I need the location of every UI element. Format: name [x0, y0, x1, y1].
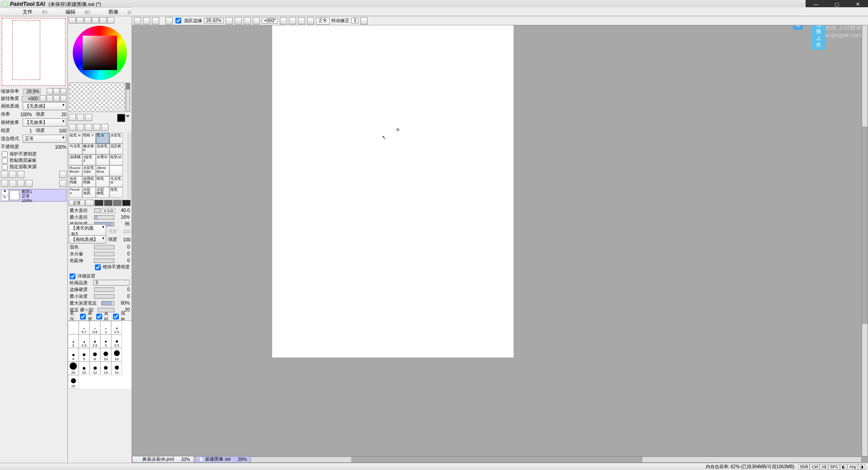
zoom-fit-button[interactable]	[60, 88, 66, 94]
layer-extra-button[interactable]	[59, 180, 66, 187]
rotate-ccw-button[interactable]	[40, 95, 46, 102]
magic-wand-tool[interactable]	[85, 114, 92, 121]
brush-1[interactable]: 喷枪 V	[82, 133, 96, 144]
new-linework-button[interactable]	[9, 171, 16, 178]
size-20[interactable]: 20	[68, 362, 79, 375]
blend-slider[interactable]	[94, 245, 114, 249]
rotate-value[interactable]: +000	[22, 96, 39, 102]
swatch-area[interactable]	[69, 82, 125, 112]
brush-shape1[interactable]	[94, 200, 103, 206]
brush-7[interactable]: 选区擦	[109, 144, 123, 155]
clip-mask-check[interactable]	[2, 158, 8, 164]
rotate-cw-button[interactable]	[47, 95, 53, 102]
brush-9[interactable]: 2值笔 Z	[82, 155, 96, 165]
color-square[interactable]	[83, 36, 117, 70]
brush-12[interactable]: Round Brush	[69, 165, 82, 176]
size-16[interactable]: 16	[111, 348, 122, 362]
brush-18[interactable]: 蜡笔	[96, 176, 109, 187]
select-source-check[interactable]	[2, 164, 8, 170]
size-0.7[interactable]: 0.7	[79, 321, 90, 334]
brush-5[interactable]: 橡皮擦 E	[82, 144, 96, 155]
quality-select[interactable]: 3	[93, 280, 130, 286]
brush-11[interactable]: 铅笔30	[109, 155, 123, 165]
document-tab[interactable]: 📄新建图像.sai28%	[195, 456, 251, 463]
sel-mode-button[interactable]	[165, 17, 173, 24]
color-rgb-tab[interactable]	[76, 17, 84, 24]
zoom-display[interactable]: 28.92%	[204, 18, 224, 24]
size-10[interactable]: 10	[100, 348, 111, 362]
hand-tool[interactable]	[93, 124, 100, 131]
zoom-100-tb[interactable]	[253, 17, 260, 24]
size-3[interactable]: 3	[100, 334, 111, 348]
brush-shape4[interactable]	[122, 200, 131, 206]
brush-14[interactable]: 2Brist Brus	[96, 165, 109, 176]
paper-eff-select[interactable]: 【无效果】	[23, 118, 66, 127]
press-density-check[interactable]	[80, 314, 86, 320]
sel-edge-check[interactable]	[175, 18, 181, 24]
press-blend-check[interactable]	[113, 314, 119, 320]
invert-sel-button[interactable]	[143, 17, 150, 24]
zoom-out-tb[interactable]	[226, 17, 233, 24]
edit-icon[interactable]: ✎	[1, 195, 8, 201]
brush-13[interactable]: 水彩笔 10px	[82, 165, 96, 176]
merge-button[interactable]	[9, 180, 16, 187]
pressure-slider[interactable]	[98, 308, 114, 312]
brush-scrollbar[interactable]	[127, 132, 132, 199]
color-wheel-tab[interactable]	[69, 17, 76, 24]
water-slider[interactable]	[94, 252, 114, 256]
zoom-in-tb[interactable]	[235, 17, 242, 24]
size-10[interactable]: 10	[79, 362, 90, 375]
deselect-button[interactable]	[134, 17, 141, 24]
brush-21[interactable]: 水彩 画风	[82, 187, 96, 198]
clear-button[interactable]	[25, 180, 33, 187]
color-scratch-tab[interactable]	[107, 17, 114, 24]
size-1.5[interactable]: 1.5	[111, 321, 122, 334]
select-rect-tool[interactable]	[69, 114, 76, 121]
navigator[interactable]	[2, 18, 66, 86]
brush-23[interactable]: 指笔	[109, 187, 123, 198]
brush-6[interactable]: 选择笔	[96, 144, 109, 155]
min-size-slider[interactable]	[94, 215, 114, 220]
brush-8[interactable]: 油漆桶	[69, 155, 82, 165]
size-1[interactable]: 1	[100, 321, 111, 334]
blend-select[interactable]: 正常	[23, 135, 66, 143]
press-size-check[interactable]	[96, 314, 102, 320]
flip-button[interactable]	[60, 95, 66, 102]
size-3.5[interactable]: 3.5	[111, 334, 122, 348]
flip-tb[interactable]	[307, 17, 314, 24]
document-tab[interactable]: 📄换装泳装ok.psd33%	[132, 456, 194, 463]
edge-slider[interactable]	[94, 287, 114, 292]
color-wheel[interactable]	[73, 26, 127, 80]
stabilizer-value[interactable]: 3	[351, 18, 359, 24]
detail-check[interactable]	[70, 273, 75, 279]
size-4[interactable]: 4	[68, 348, 79, 362]
rotate-tool[interactable]	[85, 124, 92, 131]
brush-shape3[interactable]	[113, 200, 122, 206]
color-swatch-tab[interactable]	[99, 17, 107, 24]
size-20[interactable]: 20	[68, 375, 79, 389]
size-.[interactable]: .	[68, 321, 79, 334]
size-16[interactable]: 16	[111, 362, 122, 375]
zoom-tool[interactable]	[77, 124, 84, 131]
size-0.8[interactable]: 0.8	[90, 321, 100, 334]
brush-0[interactable]: 铅笔 N	[69, 133, 82, 144]
paper-tex-select[interactable]: 【无质感】	[23, 102, 66, 110]
rot-reset-tb[interactable]	[298, 17, 305, 24]
delete-layer-button[interactable]	[59, 171, 66, 178]
zoom-out-button[interactable]	[47, 88, 53, 94]
eyedropper-tool[interactable]	[101, 124, 108, 131]
rot-ccw-tb[interactable]	[280, 17, 287, 24]
color-hsv-tab[interactable]	[84, 17, 91, 24]
brush-19[interactable]: 马克笔 M	[109, 176, 123, 187]
swap-colors-icon[interactable]: ⇄	[126, 114, 131, 122]
vertical-scrollbar[interactable]	[862, 16, 868, 456]
layer-item[interactable]: 👁✎ 图层1 正常 100%	[1, 189, 66, 202]
color-mixer-tab[interactable]	[92, 17, 99, 24]
size-14[interactable]: 14	[100, 362, 111, 375]
show-sel-button[interactable]	[152, 17, 159, 24]
brush-4[interactable]: 马克笔	[69, 144, 82, 155]
brush-17[interactable]: 画用纸 丙烯	[82, 176, 96, 187]
brush-mode-select[interactable]: 正常	[69, 200, 85, 206]
swatch-scrollbar[interactable]	[126, 83, 130, 112]
lock-opacity-check[interactable]	[2, 151, 8, 157]
